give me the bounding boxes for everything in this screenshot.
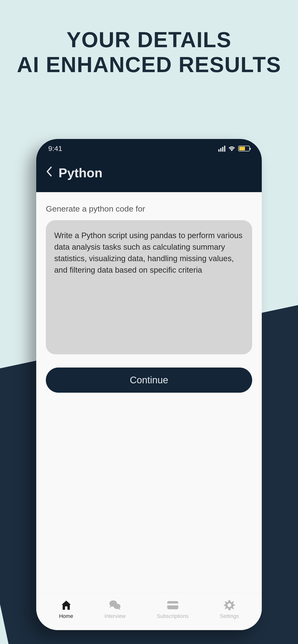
prompt-input[interactable] xyxy=(46,220,252,354)
back-button[interactable] xyxy=(46,166,53,180)
page-title: Python xyxy=(59,165,102,180)
promo-line-1: YOUR DETAILS xyxy=(0,28,298,52)
card-icon xyxy=(167,599,179,611)
promo-headline: YOUR DETAILS AI ENHANCED RESULTS xyxy=(0,0,298,77)
nav-item-subscriptions[interactable]: Subscriptions xyxy=(157,599,189,619)
navigation-header: Python xyxy=(36,158,262,192)
svg-point-1 xyxy=(114,604,120,609)
nav-item-home[interactable]: Home xyxy=(59,599,73,619)
phone-frame: 9:41 xyxy=(36,139,262,630)
wifi-icon xyxy=(228,146,235,151)
bottom-navigation: Home Interview xyxy=(36,593,262,630)
nav-item-label: Interview xyxy=(104,613,125,619)
battery-icon xyxy=(238,146,250,152)
phone-screen: 9:41 xyxy=(36,139,262,630)
status-indicators xyxy=(218,146,250,152)
nav-item-interview[interactable]: Interview xyxy=(104,599,125,619)
status-time: 9:41 xyxy=(48,144,62,152)
home-icon xyxy=(60,599,72,611)
svg-rect-3 xyxy=(167,604,178,606)
promo-line-2: AI ENHANCED RESULTS xyxy=(0,52,298,78)
svg-point-4 xyxy=(227,603,231,607)
gear-icon xyxy=(223,599,235,611)
cellular-signal-icon xyxy=(218,146,225,152)
nav-item-label: Settings xyxy=(220,613,239,619)
continue-button[interactable]: Continue xyxy=(46,368,252,393)
chat-icon xyxy=(109,599,121,611)
nav-item-settings[interactable]: Settings xyxy=(220,599,239,619)
nav-item-label: Home xyxy=(59,613,73,619)
form-label: Generate a python code for xyxy=(46,204,252,214)
status-bar: 9:41 xyxy=(36,139,262,158)
battery-fill xyxy=(239,146,245,150)
phone-mockup: 9:41 xyxy=(36,139,262,630)
content-area: Generate a python code for Continue xyxy=(36,192,262,630)
nav-item-label: Subscriptions xyxy=(157,613,189,619)
